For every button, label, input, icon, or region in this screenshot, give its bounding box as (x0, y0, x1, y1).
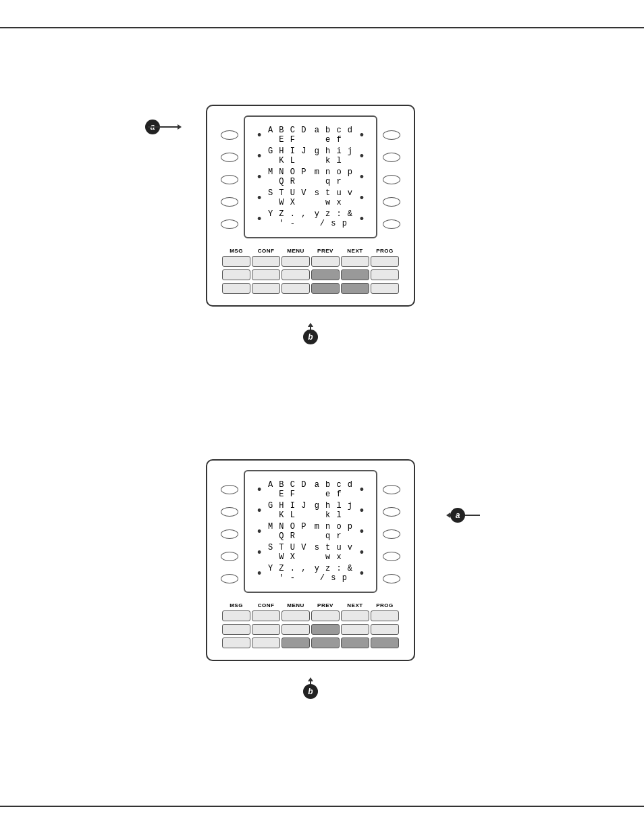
bottom-btn-row-1 (221, 610, 400, 621)
top-dot-r2: • (360, 150, 364, 162)
top-btn-1-4[interactable] (311, 256, 340, 267)
bottom-right-btn-5[interactable] (383, 574, 400, 583)
bottom-left-btn-5[interactable] (221, 574, 238, 583)
bottom-screen-text-left-2: G H I J K L (264, 501, 311, 520)
top-right-btn-1[interactable] (383, 130, 400, 140)
top-right-btn-3[interactable] (383, 175, 400, 184)
bottom-dot-r4: • (360, 546, 364, 558)
top-btn-2-2[interactable] (252, 269, 280, 280)
bottom-dot-r2: • (360, 504, 364, 517)
bottom-btn-3-5[interactable] (341, 637, 369, 648)
bottom-annotation-a-group: a (450, 515, 483, 516)
top-btn-1-2[interactable] (252, 256, 280, 267)
bottom-screen-text-left-4: S T U V W X (264, 543, 311, 562)
bottom-btn-3-2[interactable] (252, 637, 280, 648)
bottom-btn-labels: MSG CONF MENU PREV NEXT PROG (221, 602, 400, 608)
top-dot-r1: • (360, 129, 364, 141)
bottom-left-btn-4[interactable] (221, 552, 238, 561)
bottom-btn-1-1[interactable] (222, 610, 250, 621)
bottom-btn-label-prev: PREV (311, 602, 340, 608)
bottom-screen-row-3: • M N O P Q R m n o p q r • (254, 522, 367, 541)
bottom-btn-2-3[interactable] (281, 624, 310, 635)
top-screen-row-5: • Y Z . , ' - y z : & / s p • (254, 209, 367, 228)
bottom-btn-1-2[interactable] (252, 610, 280, 621)
top-btn-2-1[interactable] (222, 269, 250, 280)
bottom-screen-text-right-2: g h l j k l (311, 501, 357, 520)
top-screen-text-right-1: a b c d e f (311, 126, 357, 145)
top-rule (0, 27, 644, 28)
top-btn-2-6[interactable] (371, 269, 399, 280)
top-btn-2-4[interactable] (311, 269, 340, 280)
top-btn-3-5[interactable] (341, 283, 369, 294)
top-btn-2-5[interactable] (341, 269, 369, 280)
top-btn-1-1[interactable] (222, 256, 250, 267)
bottom-btn-2-1[interactable] (222, 624, 250, 635)
bottom-btn-1-5[interactable] (341, 610, 369, 621)
top-screen-row-2: • G H I J K L g h i j k l • (254, 147, 367, 165)
top-screen-text-left-2: G H I J K L (264, 147, 311, 165)
bottom-btn-3-1[interactable] (222, 637, 250, 648)
top-screen-row-4: • S T U V W X s t u v w x • (254, 188, 367, 207)
top-left-btn-4[interactable] (221, 197, 238, 207)
top-screen-text-left-3: M N O P Q R (264, 167, 311, 186)
top-panel: a • A B C D E F a b c d e f • (206, 105, 415, 307)
top-dot-l4: • (257, 192, 261, 204)
top-btn-3-1[interactable] (222, 283, 250, 294)
bottom-left-btn-1[interactable] (221, 485, 238, 494)
top-btn-3-3[interactable] (281, 283, 310, 294)
bottom-btn-label-conf: CONF (252, 602, 280, 608)
top-left-btn-5[interactable] (221, 219, 238, 229)
bottom-btn-2-6[interactable] (371, 624, 399, 635)
top-btn-1-3[interactable] (281, 256, 310, 267)
top-right-btn-4[interactable] (383, 197, 400, 207)
bottom-btn-3-6[interactable] (371, 637, 399, 648)
top-dot-l2: • (257, 150, 261, 162)
bottom-right-btn-3[interactable] (383, 529, 400, 539)
top-screen-row-3: • M N O P Q R m n o p q r • (254, 167, 367, 186)
bottom-btn-1-6[interactable] (371, 610, 399, 621)
bottom-btn-label-prog: PROG (371, 602, 399, 608)
top-left-btn-1[interactable] (221, 130, 238, 140)
top-btn-2-3[interactable] (281, 269, 310, 280)
bottom-dot-r5: • (360, 567, 364, 579)
top-btn-label-msg: MSG (222, 248, 250, 254)
top-btn-3-2[interactable] (252, 283, 280, 294)
bottom-arrow-b-head (308, 677, 313, 681)
top-btn-3-4[interactable] (311, 283, 340, 294)
bottom-btn-row-2 (221, 624, 400, 635)
bottom-btn-2-2[interactable] (252, 624, 280, 635)
bottom-screen-row-1: • A B C D E F a b c d e f • (254, 480, 367, 499)
top-arrow-a-head (178, 124, 182, 130)
bottom-btn-1-3[interactable] (281, 610, 310, 621)
bottom-right-btn-1[interactable] (383, 485, 400, 494)
bottom-right-btn-2[interactable] (383, 507, 400, 517)
bottom-screen: • A B C D E F a b c d e f • • G H I J K … (244, 470, 377, 593)
bottom-screen-text-right-5: y z : & / s p (311, 564, 357, 583)
bottom-dot-l1: • (257, 484, 261, 496)
bottom-left-buttons (221, 470, 238, 598)
top-btn-1-6[interactable] (371, 256, 399, 267)
bottom-btn-1-4[interactable] (311, 610, 340, 621)
top-btn-label-conf: CONF (252, 248, 280, 254)
bottom-btn-2-5[interactable] (341, 624, 369, 635)
top-left-buttons (221, 115, 238, 244)
bottom-left-btn-2[interactable] (221, 507, 238, 517)
bottom-btn-3-3[interactable] (281, 637, 310, 648)
bottom-right-btn-4[interactable] (383, 552, 400, 561)
bottom-screen-row-5: • Y Z . , ' - y z : & / s p • (254, 564, 367, 583)
top-right-btn-2[interactable] (383, 153, 400, 162)
bottom-btn-2-4[interactable] (311, 624, 340, 635)
bottom-right-buttons (383, 470, 400, 598)
top-right-btn-5[interactable] (383, 219, 400, 229)
top-btn-1-5[interactable] (341, 256, 369, 267)
top-dot-r5: • (360, 213, 364, 225)
top-screen: • A B C D E F a b c d e f • • G H I J K … (244, 115, 377, 238)
bottom-btn-row-3 (221, 637, 400, 648)
bottom-left-btn-3[interactable] (221, 529, 238, 539)
top-panel-box: • A B C D E F a b c d e f • • G H I J K … (206, 105, 415, 307)
top-btn-3-6[interactable] (371, 283, 399, 294)
top-left-btn-2[interactable] (221, 153, 238, 162)
top-left-btn-3[interactable] (221, 175, 238, 184)
bottom-btn-3-4[interactable] (311, 637, 340, 648)
bottom-screen-text-left-1: A B C D E F (264, 480, 311, 499)
